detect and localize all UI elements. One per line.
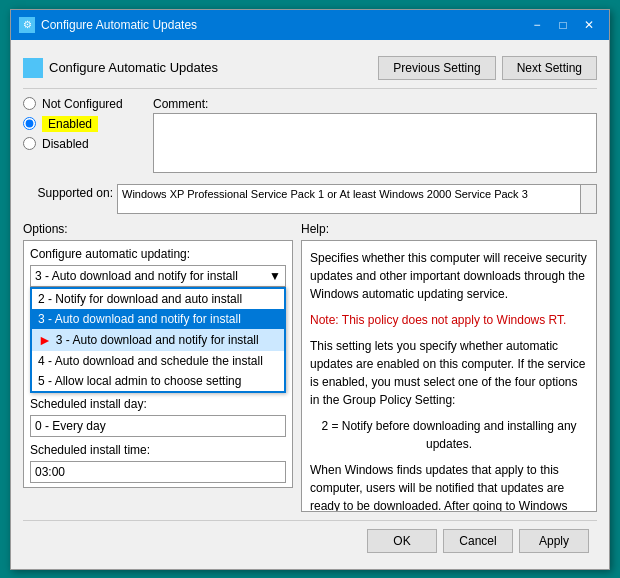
help-para-5: When Windows finds updates that apply to…	[310, 461, 588, 512]
dropdown-arrow-icon: ▼	[269, 269, 281, 283]
schedule-day-wrapper: 0 - Every day 1 - Sunday 2 - Monday	[30, 415, 286, 437]
updating-dropdown-container: 3 - Auto download and notify for install…	[30, 265, 286, 287]
cancel-button[interactable]: Cancel	[443, 529, 513, 553]
header-title: Configure Automatic Updates	[49, 60, 218, 75]
close-button[interactable]: ✕	[577, 16, 601, 34]
comment-area: Comment:	[153, 97, 597, 176]
dialog-footer: OK Cancel Apply	[23, 520, 597, 561]
configure-automatic-updates-dialog: ⚙ Configure Automatic Updates − □ ✕ Conf…	[10, 9, 610, 570]
supported-box: Windows XP Professional Service Pack 1 o…	[117, 184, 597, 214]
schedule-time-label: Scheduled install time:	[30, 443, 286, 457]
help-para-2: Note: This policy does not apply to Wind…	[310, 311, 588, 329]
apply-button[interactable]: Apply	[519, 529, 589, 553]
previous-setting-button[interactable]: Previous Setting	[378, 56, 495, 80]
disabled-label: Disabled	[42, 137, 89, 151]
note-text: Note: This policy does not apply to Wind…	[310, 313, 566, 327]
dialog-body: Configure Automatic Updates Previous Set…	[11, 40, 609, 569]
title-bar: ⚙ Configure Automatic Updates − □ ✕	[11, 10, 609, 40]
main-panels: Options: Configure automatic updating: 3…	[23, 222, 597, 512]
comment-label: Comment:	[153, 97, 597, 111]
updating-dropdown[interactable]: 3 - Auto download and notify for install…	[30, 265, 286, 287]
options-box: Configure automatic updating: 3 - Auto d…	[23, 240, 293, 488]
dropdown-item-2[interactable]: 2 - Notify for download and auto install	[32, 289, 284, 309]
supported-row: Supported on: Windows XP Professional Se…	[23, 184, 597, 214]
updating-dropdown-menu: 2 - Notify for download and auto install…	[30, 287, 286, 393]
radio-group: Not Configured Enabled Disabled	[23, 97, 143, 176]
updating-dropdown-value: 3 - Auto download and notify for install	[35, 269, 238, 283]
not-configured-option[interactable]: Not Configured	[23, 97, 143, 111]
header-left: Configure Automatic Updates	[23, 58, 218, 78]
enabled-label: Enabled	[42, 117, 98, 131]
schedule-time-wrapper: 03:00 00:00 01:00	[30, 461, 286, 483]
help-para-3: This setting lets you specify whether au…	[310, 337, 588, 409]
enabled-option[interactable]: Enabled	[23, 117, 143, 131]
title-controls: − □ ✕	[525, 16, 601, 34]
dialog-title: Configure Automatic Updates	[41, 18, 197, 32]
options-panel: Options: Configure automatic updating: 3…	[23, 222, 293, 512]
help-panel-outer: Help: Specifies whether this computer wi…	[301, 222, 597, 512]
schedule-section: Scheduled install day: 0 - Every day 1 -…	[30, 397, 286, 488]
dropdown-item-3-selected[interactable]: 3 - Auto download and notify for install	[32, 309, 284, 329]
next-setting-button[interactable]: Next Setting	[502, 56, 597, 80]
settings-area: Not Configured Enabled Disabled Comment:	[23, 97, 597, 176]
ok-button[interactable]: OK	[367, 529, 437, 553]
options-label: Options:	[23, 222, 293, 236]
schedule-day-dropdown[interactable]: 0 - Every day 1 - Sunday 2 - Monday	[30, 415, 286, 437]
config-label: Configure automatic updating:	[30, 247, 286, 261]
help-para-4: 2 = Notify before downloading and instal…	[310, 417, 588, 453]
maximize-button[interactable]: □	[551, 16, 575, 34]
dropdown-item-3-highlighted[interactable]: ► 3 - Auto download and notify for insta…	[32, 329, 284, 351]
not-configured-radio[interactable]	[23, 97, 36, 110]
schedule-day-row: 0 - Every day 1 - Sunday 2 - Monday	[30, 415, 286, 437]
title-bar-left: ⚙ Configure Automatic Updates	[19, 17, 197, 33]
dropdown-item-4[interactable]: 4 - Auto download and schedule the insta…	[32, 351, 284, 371]
supported-label: Supported on:	[23, 184, 113, 200]
supported-scrollbar[interactable]	[580, 185, 596, 213]
header-buttons: Previous Setting Next Setting	[378, 56, 597, 80]
disabled-option[interactable]: Disabled	[23, 137, 143, 151]
not-configured-label: Not Configured	[42, 97, 123, 111]
help-label: Help:	[301, 222, 597, 236]
enabled-radio[interactable]	[23, 117, 36, 130]
help-panel[interactable]: Specifies whether this computer will rec…	[301, 240, 597, 512]
help-para-1: Specifies whether this computer will rec…	[310, 249, 588, 303]
supported-value: Windows XP Professional Service Pack 1 o…	[122, 188, 528, 200]
schedule-day-label: Scheduled install day:	[30, 397, 286, 411]
comment-textarea[interactable]	[153, 113, 597, 173]
dropdown-item-5[interactable]: 5 - Allow local admin to choose setting	[32, 371, 284, 391]
schedule-time-dropdown[interactable]: 03:00 00:00 01:00	[30, 461, 286, 483]
dialog-icon: ⚙	[19, 17, 35, 33]
disabled-radio[interactable]	[23, 137, 36, 150]
header-icon	[23, 58, 43, 78]
minimize-button[interactable]: −	[525, 16, 549, 34]
schedule-time-row: 03:00 00:00 01:00	[30, 461, 286, 483]
dialog-header: Configure Automatic Updates Previous Set…	[23, 48, 597, 89]
arrow-indicator: ►	[38, 332, 52, 348]
